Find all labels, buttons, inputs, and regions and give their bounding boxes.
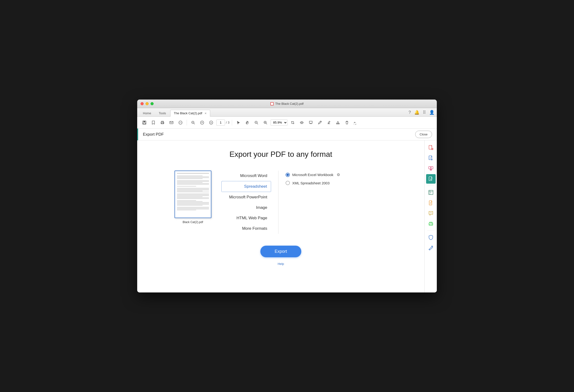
subformat-excel-label: Microsoft Excel Workbook <box>292 173 333 177</box>
title-bar: The Black Cat(2).pdf <box>137 99 437 108</box>
subformat-panel: Microsoft Excel Workbook ⚙ XML Spreadshe… <box>278 171 340 234</box>
export-main-heading: Export your PDF to any format <box>229 150 332 159</box>
zoom-select[interactable]: 85.9% 50% 75% 100% 125% 150% 200% <box>271 119 287 126</box>
hand-tool-button[interactable] <box>244 119 251 126</box>
highlight-tool-button[interactable] <box>325 119 333 126</box>
format-item-more[interactable]: More Formats <box>221 223 271 234</box>
zoom-out-tool-button[interactable] <box>252 119 260 126</box>
format-item-spreadsheet[interactable]: Spreadsheet <box>221 181 271 192</box>
format-item-image[interactable]: Image <box>221 202 271 213</box>
sidebar-spreadsheet-button[interactable] <box>426 188 436 197</box>
svg-point-34 <box>432 223 432 224</box>
toolbar-separator-2 <box>232 120 232 125</box>
comment-tool-button[interactable] <box>307 119 315 126</box>
tab-home[interactable]: Home <box>140 110 155 117</box>
print-button[interactable] <box>159 119 166 126</box>
tab-bar-right: ? 🔔 ⠿ 👤 <box>409 110 434 117</box>
excel-settings-button[interactable]: ⚙ <box>337 173 340 177</box>
bookmark-button[interactable] <box>150 119 157 126</box>
format-item-word[interactable]: Microsoft Word <box>221 171 271 181</box>
svg-point-14 <box>209 121 213 124</box>
format-list: Microsoft Word Spreadsheet Microsoft Pow… <box>221 171 278 234</box>
scroll-down-button[interactable] <box>207 119 215 126</box>
format-item-html[interactable]: HTML Web Page <box>221 213 271 223</box>
tab-document[interactable]: The Black Cat(2).pdf ✕ <box>170 110 210 117</box>
svg-rect-18 <box>336 123 339 124</box>
svg-point-10 <box>180 122 181 123</box>
cursor-tool-button[interactable] <box>234 119 242 126</box>
svg-rect-3 <box>143 123 145 124</box>
close-window-button[interactable] <box>141 102 144 105</box>
minimize-window-button[interactable] <box>145 102 149 105</box>
subformat-excel[interactable]: Microsoft Excel Workbook ⚙ <box>286 173 340 177</box>
export-body: Black Cat(2).pdf Microsoft Word Spreadsh… <box>174 171 388 234</box>
delete-tool-button[interactable] <box>343 119 351 126</box>
svg-point-6 <box>163 122 164 123</box>
page-input-group: / 3 <box>216 119 229 126</box>
page-total: 3 <box>228 121 229 124</box>
undo-tool-button[interactable] <box>352 119 360 126</box>
svg-point-9 <box>180 122 180 123</box>
help-icon[interactable]: ? <box>409 110 411 115</box>
sidebar-document-button[interactable] <box>426 198 436 208</box>
sidebar-organize-pages-button[interactable] <box>426 164 436 173</box>
right-sidebar <box>424 140 437 293</box>
sidebar-export-pdf-button[interactable] <box>426 153 436 163</box>
pdf-title-icon <box>270 102 274 105</box>
sidebar-export-active-button[interactable] <box>426 174 436 184</box>
sidebar-separator-2 <box>427 231 434 231</box>
svg-rect-2 <box>144 121 145 122</box>
sidebar-tools-button[interactable] <box>426 243 436 253</box>
tab-bar: Home Tools The Black Cat(2).pdf ✕ ? 🔔 ⠿ … <box>137 108 437 117</box>
sidebar-separator-1 <box>427 186 434 186</box>
toolbar-separator-1 <box>187 120 187 125</box>
crop-tool-button[interactable] <box>289 119 297 126</box>
apps-icon[interactable]: ⠿ <box>423 110 426 115</box>
stamp-tool-button[interactable] <box>334 119 342 126</box>
sidebar-print-button[interactable] <box>426 219 436 229</box>
scroll-up-button[interactable] <box>198 119 206 126</box>
svg-rect-22 <box>429 167 430 169</box>
zoom-out-button[interactable] <box>189 119 197 126</box>
notification-icon[interactable]: 🔔 <box>414 110 419 115</box>
pen-tool-button[interactable] <box>316 119 324 126</box>
sidebar-comment-button[interactable] <box>426 209 436 218</box>
svg-rect-0 <box>271 103 273 105</box>
window-controls <box>141 102 154 105</box>
window-title: The Black Cat(2).pdf <box>275 102 303 105</box>
close-export-button[interactable]: Close <box>415 131 432 138</box>
page-number-input[interactable] <box>216 119 225 126</box>
pdf-preview-content <box>177 173 209 210</box>
svg-point-35 <box>431 246 432 247</box>
subformat-xml[interactable]: XML Spreadsheet 2003 <box>286 181 340 185</box>
export-pdf-title: Export PDF <box>143 132 164 137</box>
svg-rect-5 <box>162 123 163 124</box>
svg-rect-17 <box>300 122 303 123</box>
save-button[interactable] <box>141 119 148 126</box>
svg-point-13 <box>201 121 204 124</box>
sidebar-shield-button[interactable] <box>426 233 436 242</box>
zoom-in-tool-button[interactable] <box>262 119 269 126</box>
svg-rect-23 <box>431 167 433 169</box>
page-separator: / <box>226 121 227 124</box>
profile-icon[interactable]: 👤 <box>429 110 434 115</box>
tab-tools[interactable]: Tools <box>156 110 169 117</box>
radio-xml[interactable] <box>286 181 290 185</box>
app-window: The Black Cat(2).pdf Home Tools The Blac… <box>137 99 437 293</box>
export-button[interactable]: Export <box>260 246 301 257</box>
svg-rect-7 <box>170 121 173 124</box>
help-link[interactable]: Help <box>278 262 284 266</box>
toolbar: / 3 <box>137 117 437 129</box>
email-button[interactable] <box>168 119 175 126</box>
radio-excel[interactable] <box>286 173 290 177</box>
svg-rect-27 <box>430 192 431 193</box>
tab-close-icon[interactable]: ✕ <box>205 112 207 115</box>
svg-point-29 <box>430 213 430 213</box>
maximize-window-button[interactable] <box>150 102 154 105</box>
comment-button[interactable] <box>177 119 184 126</box>
format-item-powerpoint[interactable]: Microsoft PowerPoint <box>221 192 271 202</box>
select-tool-button[interactable] <box>298 119 306 126</box>
preview-panel: Black Cat(2).pdf <box>174 171 221 234</box>
sidebar-pdf-create-button[interactable] <box>426 143 436 152</box>
pdf-thumbnail <box>175 171 211 218</box>
